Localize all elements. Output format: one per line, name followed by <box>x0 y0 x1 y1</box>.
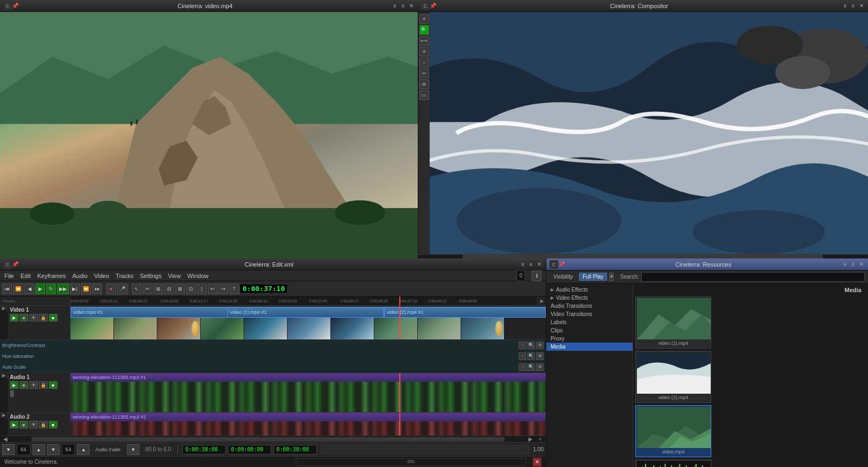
tool-draw[interactable]: ✏ <box>419 68 429 78</box>
tool-resize[interactable]: ↕ <box>419 58 429 67</box>
brightness-zoom-btn[interactable]: 🔍 <box>527 342 535 349</box>
audio-track-2-expand[interactable]: ▶ <box>0 413 8 418</box>
time-input-1[interactable] <box>182 445 226 455</box>
menu-audio[interactable]: Audio <box>72 273 87 279</box>
play-loop-btn[interactable]: ↻ <box>46 283 56 294</box>
editor-minimize-btn[interactable]: ∨ <box>520 261 526 267</box>
compositor-scroll-thumb[interactable] <box>463 255 823 258</box>
play-fwd-btn[interactable]: ▶▶ <box>57 283 69 294</box>
media-thumb-audio[interactable]: winning-elevation-111355.mp3 <box>635 459 711 467</box>
resources-search-input[interactable] <box>641 272 865 282</box>
menu-file[interactable]: File <box>4 273 14 279</box>
res-labels[interactable]: Labels <box>546 318 633 326</box>
video-extra-btn[interactable]: ■ <box>49 314 58 321</box>
res-proxy[interactable]: Proxy <box>546 335 633 343</box>
tool-zoom[interactable]: 🔍 <box>419 25 429 35</box>
media-thumb-video2[interactable]: video (2).mp4 <box>635 351 711 403</box>
resources-pin-icon[interactable]: 📌 <box>558 261 565 267</box>
arrow-tool[interactable]: ↖ <box>132 283 142 294</box>
video-track-expand[interactable]: ▶ <box>0 306 8 311</box>
menu-tracks[interactable]: Tracks <box>116 273 133 279</box>
video-player-maximize-btn[interactable]: ∧ <box>400 3 406 9</box>
media-thumb-video1[interactable]: video (1).mp4 <box>635 296 711 349</box>
res-tab-dropdown[interactable]: ▼ <box>609 273 614 281</box>
resources-maximize-btn[interactable]: ∧ <box>850 261 856 267</box>
res-clips[interactable]: Clips <box>546 326 633 335</box>
res-video-effects[interactable]: ▶ Video Effects <box>546 294 633 302</box>
next-frame-btn[interactable]: ▶| <box>70 283 80 294</box>
video-clip-2[interactable]: video (1).mp4 #1 <box>227 307 384 318</box>
tool-move[interactable]: ✛ <box>419 47 429 56</box>
res-video-transitions[interactable]: Video Transitions <box>546 310 633 318</box>
video-player-close-btn[interactable]: ✕ <box>408 3 414 9</box>
tool-pointer[interactable]: ✕ <box>419 14 429 24</box>
video-player-minimize-btn[interactable]: ∨ <box>392 3 398 9</box>
menu-edit[interactable]: Edit <box>21 273 31 279</box>
redo-btn[interactable]: ↪ <box>219 283 228 294</box>
audio-fade-dropdown[interactable]: ▼ <box>127 444 139 455</box>
brightness-settings-btn[interactable]: ⚙ <box>536 342 544 349</box>
info-btn[interactable]: ℹ <box>532 270 541 281</box>
undo-btn[interactable]: ↩ <box>208 283 218 294</box>
timeline-scrollbar[interactable]: ◀ ▶ + <box>0 436 546 442</box>
editor-close-btn[interactable]: ✕ <box>536 261 542 267</box>
autoscale-arrow-btn[interactable]: → <box>519 363 526 371</box>
menu-settings[interactable]: Settings <box>140 273 162 279</box>
audio1-arm-btn[interactable]: ■ <box>20 381 28 389</box>
menu-keyframes[interactable]: Keyframes <box>37 273 66 279</box>
menu-video[interactable]: Video <box>94 273 109 279</box>
editor-maximize-btn[interactable]: ∧ <box>528 261 534 267</box>
brightness-arrow-btn[interactable]: → <box>519 342 526 349</box>
audio2-play-btn[interactable]: ▶ <box>10 421 18 428</box>
record-audio-btn[interactable]: 🎤 <box>117 283 127 294</box>
play-btn[interactable]: ▶ <box>35 283 45 294</box>
tool-magnify[interactable]: ⊕ <box>419 79 429 89</box>
lift-tool[interactable]: ⊠ <box>175 283 185 294</box>
zoom-left-up[interactable]: ▲ <box>33 444 45 455</box>
split-btn[interactable]: ⊤ <box>229 283 239 294</box>
tool-arrows[interactable]: ⟺ <box>419 36 429 46</box>
overwrite-tool[interactable]: ⊟ <box>164 283 174 294</box>
rewind-btn[interactable]: ⏪ <box>13 283 23 294</box>
audio2-eye-btn[interactable]: 👁 <box>29 421 38 428</box>
zoom-right-down[interactable]: ▼ <box>47 444 60 455</box>
hue-zoom-btn[interactable]: 🔍 <box>527 352 535 360</box>
audio1-eye-btn[interactable]: 👁 <box>29 381 38 389</box>
editor-pin-icon[interactable]: 📌 <box>12 261 18 267</box>
zoom-right-up[interactable]: ▲ <box>77 444 90 455</box>
resources-minimize-btn[interactable]: ∨ <box>842 261 848 267</box>
record-btn[interactable]: ● <box>106 283 116 294</box>
timeline-scroll-thumb[interactable] <box>31 437 505 441</box>
compositor-pin-icon[interactable]: 📌 <box>430 3 436 9</box>
cut-tool[interactable]: ✂ <box>143 283 152 294</box>
full-play-tab[interactable]: Full Play <box>579 273 607 281</box>
video-clip-3[interactable]: video (2).mp4 #1 <box>384 307 546 318</box>
stop-btn[interactable]: ✕ <box>533 458 541 466</box>
audio1-play-btn[interactable]: ▶ <box>10 381 18 389</box>
res-media[interactable]: Media <box>546 343 633 351</box>
hue-settings-btn[interactable]: ⚙ <box>536 352 544 360</box>
audio-track-1-expand[interactable]: ▶ <box>0 373 8 378</box>
res-audio-effects[interactable]: ▶ Audio Effects <box>546 286 633 294</box>
razor-tool[interactable]: | <box>197 283 207 294</box>
video-arm-btn[interactable]: ■ <box>20 314 28 321</box>
hue-arrow-btn[interactable]: → <box>519 352 526 360</box>
video-play-btn[interactable]: ▶ <box>10 314 18 321</box>
compositor-close-btn[interactable]: ✕ <box>858 3 865 9</box>
autoscale-zoom-btn[interactable]: 🔍 <box>527 363 535 371</box>
time-input-3[interactable] <box>273 445 317 455</box>
video-lock-btn[interactable]: 🔒 <box>39 314 48 321</box>
rewind-all-btn[interactable]: ⏮ <box>2 283 12 294</box>
prev-frame-btn[interactable]: ◀ <box>24 283 34 294</box>
scroll-add-btn[interactable]: + <box>536 436 545 442</box>
fast-fwd-btn[interactable]: ⏩ <box>81 283 91 294</box>
video-eye-btn[interactable]: 👁 <box>29 314 38 321</box>
scroll-right-btn[interactable]: ▶ <box>537 296 546 305</box>
audio2-lock-btn[interactable]: 🔒 <box>39 421 48 428</box>
visibility-tab[interactable]: Visibility <box>550 273 577 281</box>
time-input-2[interactable] <box>228 445 271 455</box>
zoom-left-down[interactable]: ▼ <box>2 444 15 455</box>
compositor-maximize-btn[interactable]: ∧ <box>850 3 856 9</box>
audio1-lock-btn[interactable]: 🔒 <box>39 381 48 389</box>
compositor-minimize-btn[interactable]: ∨ <box>842 3 848 9</box>
